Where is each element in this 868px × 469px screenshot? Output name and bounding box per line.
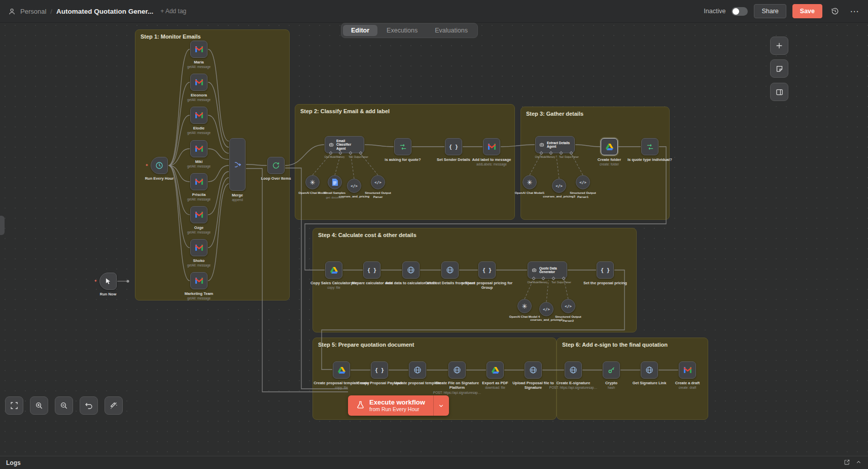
node-label: Structured Output Parser: [361, 191, 395, 199]
agent-node-label: Email Classifier Agent: [336, 139, 361, 150]
node-signature-link[interactable]: Get Signature Link: [641, 361, 658, 379]
node-crypto[interactable]: Cryptohash: [603, 361, 620, 379]
tab-executions[interactable]: Executions: [378, 25, 426, 36]
openai-icon: ✳: [310, 179, 316, 186]
active-toggle[interactable]: [732, 7, 748, 16]
add-tag-button[interactable]: + Add tag: [160, 8, 186, 15]
port-label: Memory: [336, 156, 344, 158]
trigger-bolt-icon: ✦: [145, 163, 149, 168]
toggle-panel-button[interactable]: [770, 83, 788, 101]
node-add-data-sheet[interactable]: Add data to calculator sheet: [402, 261, 420, 279]
tidy-up-button[interactable]: [105, 396, 123, 415]
node-update-template[interactable]: Update proposal template: [409, 361, 426, 379]
gmail-icon: [195, 245, 203, 251]
node-label: Create a draftcreate: draft: [659, 381, 716, 390]
node-gmail-miki[interactable]: MikigetAll: message: [190, 140, 207, 157]
node-operation-label: copy: file: [313, 386, 370, 390]
node-copy-calculator[interactable]: Copy Sales Calculator filecopy: file: [325, 261, 342, 279]
node-is-individual[interactable]: Is quote type individual?: [641, 138, 658, 155]
node-loop[interactable]: Loop Over Items: [267, 157, 285, 174]
node-gmail-priscila[interactable]: PriscilagetAll: message: [190, 173, 207, 190]
node-gmail-ozge[interactable]: OzgegetAll: message: [190, 206, 207, 223]
node-prepare-calc[interactable]: { }prepare calculator data: [363, 261, 380, 279]
port-label: Tool: [559, 156, 563, 158]
node-gmail-elodie[interactable]: ElodiegetAll: message: [190, 107, 207, 124]
sticky-note-step-4[interactable]: Step 4: Calculate cost & other details: [313, 228, 637, 332]
node-merge[interactable]: Mergeappend: [229, 138, 246, 191]
node-email-classifier[interactable]: Chat ModelMemoryToolOutput ParserEmail C…: [325, 136, 364, 153]
tab-evaluations[interactable]: Evaluations: [427, 25, 476, 36]
gmail-icon: [195, 46, 203, 52]
code-icon: </>: [555, 184, 563, 188]
port-label: Chat Model: [527, 281, 539, 284]
execute-workflow-button[interactable]: Execute workflow from Run Every Hour: [348, 395, 449, 416]
node-openai-model4[interactable]: ✳OpenAI Chat Model 4: [517, 299, 532, 313]
undo-button[interactable]: [80, 396, 98, 415]
node-output-parser1[interactable]: </>Structured Output Parser1: [576, 175, 590, 189]
node-prepare-pricing[interactable]: { }prepare proposal pricing for Group: [478, 261, 496, 279]
node-extract-details[interactable]: Chat ModelMemoryToolOutput ParserExtract…: [535, 136, 575, 153]
node-gmail-eleonora[interactable]: EleonoragetAll: message: [190, 74, 207, 91]
add-sticky-note-button[interactable]: [770, 59, 788, 78]
node-set-pricing[interactable]: { }Set the proposal pricing: [597, 261, 614, 279]
node-openai-model1[interactable]: ✳OpenAI Chat Model1: [523, 175, 537, 189]
node-set-sender[interactable]: { }Set Sender Details: [445, 138, 462, 155]
node-label: Run Now: [80, 292, 136, 296]
sticky-note-title: Step 5: Prepare quotation document: [313, 338, 556, 351]
tab-editor[interactable]: Editor: [343, 25, 377, 36]
node-courses-pricing3[interactable]: </>courses_and_pricing3: [552, 179, 566, 193]
logs-bar[interactable]: Logs: [0, 456, 868, 469]
port-label: Tool: [551, 281, 555, 284]
globe-icon: [413, 366, 422, 374]
node-file-signature[interactable]: Create File on Signature PlatformPOST: h…: [448, 361, 466, 379]
history-icon[interactable]: [828, 5, 842, 18]
chevron-down-icon[interactable]: [434, 395, 449, 416]
pop-out-icon[interactable]: [844, 458, 850, 467]
node-run-every-hour[interactable]: ✦Run Every Hour: [151, 157, 168, 174]
doc-icon: [332, 179, 338, 186]
workflow-title[interactable]: Automated Quotation Gener...: [56, 8, 153, 15]
globe-icon: [453, 366, 461, 374]
add-node-button[interactable]: [770, 37, 788, 55]
fit-view-button[interactable]: [5, 396, 23, 415]
node-output-parser[interactable]: </>Structured Output Parser: [371, 175, 385, 189]
node-create-esign[interactable]: Create E-signaturePOST: https://api.sign…: [565, 361, 582, 379]
sticky-note-step-6[interactable]: Step 6: Add e-sign to the final quotatio…: [557, 338, 708, 420]
node-create-folder[interactable]: Create foldercreate: folder: [601, 138, 618, 155]
node-gmail-marketing[interactable]: Marketing TeamgetAll: message: [190, 272, 207, 289]
node-upload-proposal[interactable]: Upload Proposal file to Signature: [525, 361, 542, 379]
breadcrumb-separator: /: [50, 8, 52, 15]
sticky-note-title: Step 4: Calculate cost & other details: [313, 228, 636, 242]
gmail-icon: [195, 179, 203, 185]
panel-collapse-handle[interactable]: [0, 216, 5, 235]
node-proposal-payload[interactable]: { }Create Proposal Payload: [371, 361, 388, 379]
node-create-draft[interactable]: Create a draftcreate: draft: [679, 361, 696, 379]
node-gmail-shoko[interactable]: ShokogetAll: message: [190, 239, 207, 256]
node-run-now[interactable]: ✦Run Now: [99, 273, 117, 290]
workflow-status-label: Inactive: [704, 8, 725, 15]
save-button[interactable]: Save: [792, 4, 822, 18]
logs-label[interactable]: Logs: [6, 459, 844, 466]
node-label: Run Every Hour: [131, 176, 188, 181]
node-export-pdf[interactable]: Export as PDFdownload: file: [487, 361, 504, 379]
breadcrumb-project[interactable]: Personal: [20, 8, 46, 15]
node-quote-generator[interactable]: Chat ModelMemoryToolOutput ParserQuote D…: [528, 261, 567, 279]
node-email-samples[interactable]: Email Samplesget: document: [328, 175, 342, 189]
node-is-asking[interactable]: is asking for quote?: [394, 138, 411, 155]
node-output-parser2[interactable]: </>Structured Output Parser2: [561, 299, 575, 313]
node-courses-pricing[interactable]: </>courses_and_pricing: [347, 179, 361, 193]
node-proposal-copy[interactable]: Create proposal template copycopy: file: [333, 361, 350, 379]
gmail-icon: [684, 367, 691, 373]
share-button[interactable]: Share: [754, 4, 786, 18]
node-label: Mergeappend: [209, 193, 266, 203]
node-gmail-maria[interactable]: MariagetAll: message: [190, 41, 207, 58]
node-courses-pricing2[interactable]: </>courses_and_pricing2: [539, 302, 553, 316]
zoom-out-button[interactable]: [55, 396, 73, 415]
node-add-label[interactable]: Add label to messageaddLabels: message: [483, 138, 500, 155]
node-openai-model[interactable]: ✳OpenAI Chat Model: [305, 175, 320, 189]
zoom-in-button[interactable]: [30, 396, 48, 415]
port-label: Tool: [349, 156, 353, 158]
node-get-cost[interactable]: Get Cost Details from Sheet: [441, 261, 459, 279]
chevron-up-icon[interactable]: [855, 458, 862, 467]
more-options-icon[interactable]: ⋯: [848, 5, 861, 18]
